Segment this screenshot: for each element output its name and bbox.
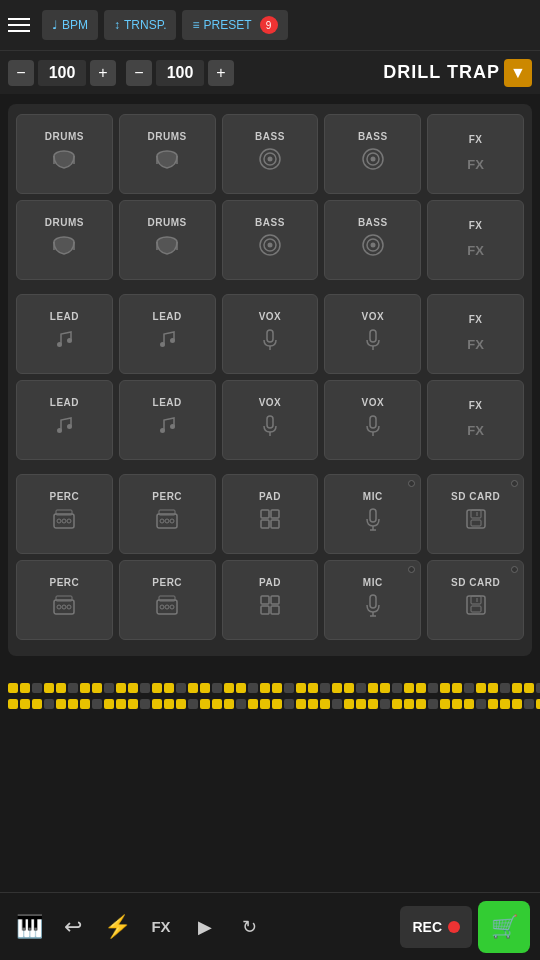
seq-step[interactable] xyxy=(116,683,126,693)
seq-step[interactable] xyxy=(320,699,330,709)
grid-cell-r2-c1[interactable]: LEAD xyxy=(119,294,216,374)
seq-step[interactable] xyxy=(236,699,246,709)
seq-step[interactable] xyxy=(464,699,474,709)
fx-button[interactable]: FX xyxy=(142,908,180,946)
grid-cell-r3-c2[interactable]: VOX xyxy=(222,380,319,460)
seq-step[interactable] xyxy=(188,683,198,693)
seq-step[interactable] xyxy=(32,683,42,693)
seq-step[interactable] xyxy=(56,699,66,709)
trnsp-minus-button[interactable]: − xyxy=(126,60,152,86)
grid-cell-r4-c3[interactable]: MIC xyxy=(324,474,421,554)
grid-cell-r4-c1[interactable]: PERC xyxy=(119,474,216,554)
grid-cell-r4-c4[interactable]: SD CARD xyxy=(427,474,524,554)
seq-step[interactable] xyxy=(152,699,162,709)
seq-step[interactable] xyxy=(344,699,354,709)
seq-step[interactable] xyxy=(452,683,462,693)
seq-step[interactable] xyxy=(68,699,78,709)
grid-cell-r1-c2[interactable]: BASS xyxy=(222,200,319,280)
seq-step[interactable] xyxy=(128,699,138,709)
seq-step[interactable] xyxy=(284,699,294,709)
seq-step[interactable] xyxy=(272,683,282,693)
bpm-button[interactable]: ♩ BPM xyxy=(42,10,98,40)
seq-step[interactable] xyxy=(140,683,150,693)
seq-step[interactable] xyxy=(368,699,378,709)
seq-step[interactable] xyxy=(440,683,450,693)
seq-step[interactable] xyxy=(212,699,222,709)
grid-cell-r2-c4[interactable]: FXFX xyxy=(427,294,524,374)
seq-step[interactable] xyxy=(92,699,102,709)
seq-step[interactable] xyxy=(260,683,270,693)
grid-cell-r2-c2[interactable]: VOX xyxy=(222,294,319,374)
seq-step[interactable] xyxy=(212,683,222,693)
seq-step[interactable] xyxy=(380,699,390,709)
seq-step[interactable] xyxy=(104,683,114,693)
seq-step[interactable] xyxy=(512,699,522,709)
seq-step[interactable] xyxy=(500,683,510,693)
piano-button[interactable]: 🎹 xyxy=(10,908,48,946)
seq-step[interactable] xyxy=(476,699,486,709)
seq-step[interactable] xyxy=(224,699,234,709)
seq-step[interactable] xyxy=(188,699,198,709)
hamburger-menu[interactable] xyxy=(8,18,30,32)
preset-dropdown-button[interactable]: ▼ xyxy=(504,59,532,87)
grid-cell-r5-c4[interactable]: SD CARD xyxy=(427,560,524,640)
seq-step[interactable] xyxy=(320,683,330,693)
seq-step[interactable] xyxy=(176,699,186,709)
seq-step[interactable] xyxy=(392,683,402,693)
seq-step[interactable] xyxy=(164,699,174,709)
seq-step[interactable] xyxy=(500,699,510,709)
grid-cell-r0-c1[interactable]: DRUMS xyxy=(119,114,216,194)
seq-step[interactable] xyxy=(332,699,342,709)
grid-cell-r1-c0[interactable]: DRUMS xyxy=(16,200,113,280)
grid-cell-r3-c1[interactable]: LEAD xyxy=(119,380,216,460)
seq-step[interactable] xyxy=(248,699,258,709)
seq-step[interactable] xyxy=(152,683,162,693)
grid-cell-r1-c4[interactable]: FXFX xyxy=(427,200,524,280)
seq-step[interactable] xyxy=(524,683,534,693)
seq-step[interactable] xyxy=(80,683,90,693)
grid-cell-r0-c3[interactable]: BASS xyxy=(324,114,421,194)
repeat-button[interactable]: ↻ xyxy=(230,908,268,946)
grid-cell-r3-c0[interactable]: LEAD xyxy=(16,380,113,460)
grid-cell-r5-c2[interactable]: PAD xyxy=(222,560,319,640)
seq-step[interactable] xyxy=(296,683,306,693)
seq-step[interactable] xyxy=(392,699,402,709)
seq-step[interactable] xyxy=(284,683,294,693)
seq-step[interactable] xyxy=(32,699,42,709)
seq-step[interactable] xyxy=(8,699,18,709)
seq-step[interactable] xyxy=(20,699,30,709)
seq-step[interactable] xyxy=(536,699,540,709)
seq-step[interactable] xyxy=(488,683,498,693)
seq-step[interactable] xyxy=(116,699,126,709)
seq-step[interactable] xyxy=(404,683,414,693)
mixer-button[interactable]: ⚡ xyxy=(98,908,136,946)
seq-step[interactable] xyxy=(272,699,282,709)
bpm-minus-button[interactable]: − xyxy=(8,60,34,86)
grid-cell-r2-c0[interactable]: LEAD xyxy=(16,294,113,374)
seq-step[interactable] xyxy=(524,699,534,709)
seq-step[interactable] xyxy=(308,699,318,709)
seq-step[interactable] xyxy=(404,699,414,709)
seq-step[interactable] xyxy=(20,683,30,693)
seq-step[interactable] xyxy=(464,683,474,693)
seq-step[interactable] xyxy=(176,683,186,693)
seq-step[interactable] xyxy=(44,699,54,709)
seq-step[interactable] xyxy=(476,683,486,693)
seq-step[interactable] xyxy=(164,683,174,693)
seq-step[interactable] xyxy=(104,699,114,709)
seq-step[interactable] xyxy=(356,683,366,693)
cart-button[interactable]: 🛒 xyxy=(478,901,530,953)
grid-cell-r0-c4[interactable]: FXFX xyxy=(427,114,524,194)
seq-step[interactable] xyxy=(308,683,318,693)
seq-step[interactable] xyxy=(416,699,426,709)
grid-cell-r3-c3[interactable]: VOX xyxy=(324,380,421,460)
seq-step[interactable] xyxy=(248,683,258,693)
grid-cell-r5-c0[interactable]: PERC xyxy=(16,560,113,640)
seq-step[interactable] xyxy=(536,683,540,693)
grid-cell-r5-c3[interactable]: MIC xyxy=(324,560,421,640)
undo-button[interactable]: ↩ xyxy=(54,908,92,946)
seq-step[interactable] xyxy=(344,683,354,693)
seq-step[interactable] xyxy=(260,699,270,709)
bpm-plus-button[interactable]: + xyxy=(90,60,116,86)
grid-cell-r5-c1[interactable]: PERC xyxy=(119,560,216,640)
